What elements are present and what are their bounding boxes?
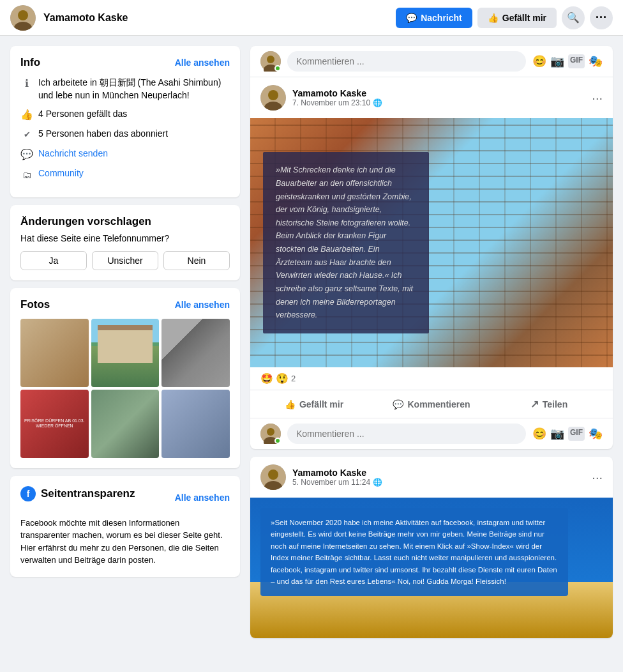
post-1-avatar — [260, 85, 286, 111]
svg-point-10 — [267, 428, 274, 436]
info-see-all-link[interactable]: Alle ansehen — [175, 57, 230, 68]
btn-no[interactable]: Nein — [163, 251, 230, 270]
reaction-count: 2 — [291, 374, 296, 383]
svg-point-1 — [18, 10, 28, 20]
post-1-more-button[interactable]: ··· — [592, 91, 603, 104]
search-icon: 🔍 — [567, 11, 580, 24]
info-likes-item: 👍 4 Personen gefällt das — [20, 108, 230, 121]
svg-point-13 — [268, 470, 278, 480]
emoji-icon-2[interactable]: 😊 — [532, 427, 546, 441]
camera-icon-2[interactable]: 📷 — [550, 427, 564, 441]
info-message-link[interactable]: Nachricht senden — [38, 148, 108, 160]
btn-unsure[interactable]: Unsicher — [92, 251, 158, 270]
post-2-image: »Seit November 2020 habe ich meine Aktiv… — [250, 498, 613, 638]
comment-icons-bottom: 😊 📷 GIF 🎭 — [532, 427, 603, 441]
reaction-star-icon: 🤩 — [260, 372, 273, 385]
like-button-label: Gefällt mir — [502, 13, 546, 23]
transparency-card: f Seitentransparenz Alle ansehen Faceboo… — [10, 476, 240, 577]
transparency-title-row: f Seitentransparenz — [20, 486, 135, 501]
photo-thumb-4[interactable]: FRISÖRE DÜRFEN AB 01.03. WIEDER ÖFFNEN — [20, 390, 89, 458]
post-1-comment-label: Kommentieren — [407, 399, 470, 409]
likes-icon: 👍 — [20, 109, 33, 121]
message-button-label: Nachricht — [421, 13, 462, 23]
post-1-top-comment: 😊 📷 GIF 🎭 — [250, 46, 613, 77]
globe-icon: 🌐 — [373, 98, 382, 107]
photo-thumb-6[interactable] — [161, 390, 230, 458]
info-description: Ich arbeitete in 朝日新聞 (The Asahi Shimbun… — [38, 77, 230, 102]
comment-emoji-icons: 😊 📷 GIF 🎭 — [532, 54, 603, 68]
emoji-icon[interactable]: 😊 — [532, 54, 546, 68]
left-sidebar: Info Alle ansehen ℹ Ich arbeitete in 朝日新… — [10, 46, 240, 577]
transparency-text: Facebook möchte mit diesen Informationen… — [20, 517, 230, 567]
photos-see-all-link[interactable]: Alle ansehen — [175, 300, 230, 310]
search-button[interactable]: 🔍 — [562, 6, 585, 29]
gif-icon[interactable]: GIF — [568, 54, 585, 68]
post-2-author: Yamamoto Kaske — [292, 468, 585, 478]
check-icon: ✔ — [20, 128, 33, 141]
post-1-comment-area: 😊 📷 GIF 🎭 — [250, 418, 613, 449]
online-indicator-2 — [274, 438, 281, 444]
transparency-header: f Seitentransparenz Alle ansehen — [20, 486, 230, 509]
post-1-image: »Mit Schrecken denke ich und die Bauarbe… — [250, 118, 613, 367]
message-button[interactable]: 💬 Nachricht — [396, 8, 472, 28]
post-1-comment-avatar — [260, 424, 281, 444]
top-header: Yamamoto Kaske 💬 Nachricht 👍 Gefällt mir… — [0, 0, 623, 36]
message-icon: 💬 — [20, 148, 33, 161]
post-2-image-text: »Seit November 2020 habe ich meine Aktiv… — [271, 519, 557, 585]
post-2-text-block: »Seit November 2020 habe ich meine Aktiv… — [260, 508, 568, 596]
sticker-icon-2[interactable]: 🎭 — [589, 427, 603, 441]
info-community-item: 🗂 Community — [20, 167, 230, 181]
post-1-meta: Yamamoto Kaske 7. November um 23:10 🌐 — [292, 88, 585, 107]
photo-thumb-2[interactable] — [91, 319, 160, 387]
info-community-link[interactable]: Community — [38, 167, 84, 180]
post-1-like-button[interactable]: 👍 Gefällt mir — [255, 393, 373, 415]
post-card-1: 😊 📷 GIF 🎭 Yamamoto Kaske — [250, 46, 613, 449]
info-message-item: 💬 Nachricht senden — [20, 148, 230, 161]
suggestions-buttons: Ja Unsicher Nein — [20, 251, 230, 270]
info-icon: ℹ — [20, 77, 33, 90]
reaction-surprised-icon: 😲 — [276, 372, 289, 385]
post-1-share-label: Teilen — [543, 399, 567, 409]
sticker-icon[interactable]: 🎭 — [589, 54, 603, 68]
camera-icon[interactable]: 📷 — [550, 54, 564, 68]
online-indicator — [274, 65, 281, 72]
transparency-title: Seitentransparenz — [41, 487, 135, 500]
messenger-icon: 💬 — [406, 13, 417, 23]
post-1-header: Yamamoto Kaske 7. November um 23:10 🌐 ··… — [250, 77, 613, 118]
comment-input-top[interactable] — [287, 51, 526, 72]
right-feed: 😊 📷 GIF 🎭 Yamamoto Kaske — [250, 46, 613, 638]
post-1-actions: 👍 Gefällt mir 💬 Kommentieren ↗ Teilen — [250, 390, 613, 418]
post-2-time: 5. November um 11:24 🌐 — [292, 478, 585, 487]
post-1-author: Yamamoto Kaske — [292, 88, 585, 98]
header-avatar — [10, 5, 36, 31]
post-card-2: Yamamoto Kaske 5. November um 11:24 🌐 ··… — [250, 457, 613, 638]
header-name: Yamamoto Kaske — [43, 12, 388, 24]
comment-input-bottom[interactable] — [287, 424, 526, 444]
photo-thumb-3[interactable] — [161, 319, 230, 387]
post-1-share-button[interactable]: ↗ Teilen — [490, 393, 608, 415]
post-1-like-label: Gefällt mir — [299, 399, 343, 409]
suggestions-question: Hat diese Seite eine Telefonnummer? — [20, 233, 230, 243]
post-1-image-text: »Mit Schrecken denke ich und die Bauarbe… — [276, 165, 413, 319]
photo-thumb-5[interactable] — [91, 390, 160, 458]
facebook-icon: f — [20, 486, 36, 501]
globe-icon-2: 🌐 — [373, 478, 382, 487]
btn-yes[interactable]: Ja — [20, 251, 87, 270]
info-subscribers: 5 Personen haben das abonniert — [38, 128, 168, 141]
gif-icon-2[interactable]: GIF — [568, 427, 585, 441]
suggestions-title: Änderungen vorschlagen — [20, 215, 230, 228]
post-1-comment-button[interactable]: 💬 Kommentieren — [373, 393, 490, 415]
like-button[interactable]: 👍 Gefällt mir — [477, 8, 557, 28]
more-button[interactable]: ··· — [590, 6, 613, 29]
suggestions-card: Änderungen vorschlagen Hat diese Seite e… — [10, 205, 240, 280]
more-icon: ··· — [596, 11, 607, 24]
transparency-see-all-link[interactable]: Alle ansehen — [175, 493, 230, 503]
svg-point-4 — [267, 56, 274, 63]
post-2-more-button[interactable]: ··· — [592, 471, 603, 484]
photos-card: Fotos Alle ansehen FRISÖRE DÜRFEN AB 01.… — [10, 288, 240, 468]
info-card-header: Info Alle ansehen — [20, 56, 230, 69]
post-2-meta: Yamamoto Kaske 5. November um 11:24 🌐 — [292, 468, 585, 487]
photos-title: Fotos — [20, 298, 50, 311]
photo-thumb-1[interactable] — [20, 319, 89, 387]
post-2-avatar — [260, 464, 286, 490]
